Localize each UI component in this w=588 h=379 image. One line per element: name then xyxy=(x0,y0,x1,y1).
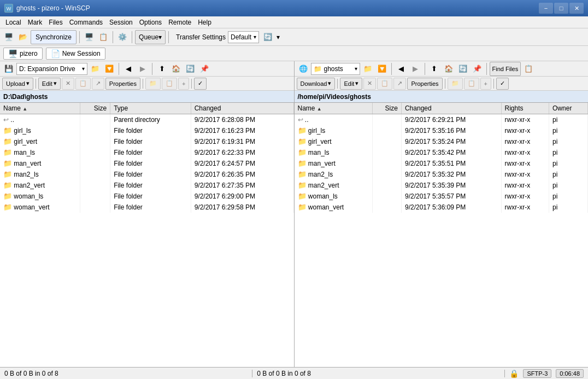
left-addfile-button[interactable]: + xyxy=(178,78,189,90)
left-file-row[interactable]: ↩ .. Parent directory 9/2/2017 6:28:08 P… xyxy=(0,114,293,125)
left-check-button[interactable]: ✓ xyxy=(194,78,207,90)
left-path-text: D:\Dad\ghosts xyxy=(3,93,48,101)
right-back-icon[interactable]: ◀ xyxy=(395,62,408,75)
left-file-row[interactable]: 📁 man2_vert File folder 9/2/2017 6:27:35… xyxy=(0,180,293,191)
left-file-row[interactable]: 📁 man_ls File folder 9/2/2017 6:22:33 PM xyxy=(0,147,293,158)
right-file-row[interactable]: 📁 man2_vert 9/2/2017 5:35:39 PM rwxr-xr-… xyxy=(295,180,588,191)
right-refresh-icon[interactable]: 🔄 xyxy=(456,62,469,75)
right-bookmark-icon[interactable]: 📌 xyxy=(471,62,484,75)
right-addfile-button[interactable]: + xyxy=(480,78,491,90)
file-cell-name: ↩ .. xyxy=(0,114,80,125)
file-cell-type: File folder xyxy=(110,180,191,191)
right-edit-button[interactable]: Edit ▾ xyxy=(340,78,362,90)
right-file-row[interactable]: 📁 girl_vert 9/2/2017 5:35:24 PM rwxr-xr-… xyxy=(295,136,588,147)
right-file-row[interactable]: 📁 man_ls 9/2/2017 5:35:42 PM rwxr-xr-x p… xyxy=(295,147,588,158)
queue-button[interactable]: Queue ▾ xyxy=(135,30,166,44)
left-edit-button[interactable]: Edit ▾ xyxy=(38,78,61,90)
left-move-button[interactable]: ↗ xyxy=(92,78,104,90)
synchronize-button[interactable]: Synchronize xyxy=(31,30,77,44)
right-col-rights[interactable]: Rights xyxy=(501,103,549,114)
right-file-row[interactable]: 📁 man_vert 9/2/2017 5:35:51 PM rwxr-xr-x… xyxy=(295,158,588,169)
left-copy-button[interactable]: 📋 xyxy=(75,78,91,90)
left-file-row[interactable]: 📁 girl_ls File folder 9/2/2017 6:16:23 P… xyxy=(0,125,293,136)
left-up-icon[interactable]: ⬆ xyxy=(155,62,168,75)
local-computer-icon[interactable]: 🖥️ xyxy=(2,31,15,44)
left-file-row[interactable]: 📁 man2_ls File folder 9/2/2017 6:26:35 P… xyxy=(0,169,293,180)
file-cell-type: File folder xyxy=(110,158,191,169)
left-properties-button[interactable]: Properties xyxy=(105,78,140,90)
left-col-name[interactable]: Name ▲ xyxy=(0,103,80,114)
upload-button[interactable]: Upload ▾ xyxy=(2,78,33,90)
transfer-icon[interactable]: 🔄 xyxy=(261,31,274,44)
toolbar-settings-icon[interactable]: ⚙️ xyxy=(116,31,129,44)
right-file-row[interactable]: 📁 girl_ls 9/2/2017 5:35:16 PM rwxr-xr-x … xyxy=(295,125,588,136)
right-copy-button[interactable]: 📋 xyxy=(377,78,392,90)
left-copypath-button[interactable]: 📋 xyxy=(162,78,177,90)
left-drive-icon[interactable]: 💾 xyxy=(2,62,15,75)
right-extra-icon[interactable]: 📋 xyxy=(522,62,535,75)
menu-local[interactable]: Local xyxy=(2,18,25,27)
left-file-list[interactable]: Name ▲ Size Type Changed ↩ .. Parent dir… xyxy=(0,103,294,367)
right-copypath-button[interactable]: 📋 xyxy=(464,78,479,90)
maximize-button[interactable]: □ xyxy=(554,3,568,14)
right-file-row[interactable]: 📁 woman_ls 9/2/2017 5:35:57 PM rwxr-xr-x… xyxy=(295,191,588,202)
right-up-icon[interactable]: ⬆ xyxy=(428,62,441,75)
right-delete-button[interactable]: ✕ xyxy=(363,78,376,90)
right-file-list[interactable]: Name ▲ Size Changed Rights Owner ↩ .. 9/… xyxy=(295,103,589,367)
left-file-row[interactable]: 📁 woman_vert File folder 9/2/2017 6:29:5… xyxy=(0,202,293,213)
left-forward-icon[interactable]: ▶ xyxy=(136,62,149,75)
left-back-icon[interactable]: ◀ xyxy=(122,62,135,75)
computer-session-tab[interactable]: 🖥️ pizero xyxy=(3,48,43,60)
menu-help[interactable]: Help xyxy=(195,18,215,27)
folder-icon: 📁 xyxy=(298,148,307,156)
left-file-row[interactable]: 📁 woman_ls File folder 9/2/2017 6:29:00 … xyxy=(0,191,293,202)
menu-mark[interactable]: Mark xyxy=(25,18,46,27)
left-drive-combo[interactable]: D: Expansion Drive ▾ xyxy=(16,63,87,75)
left-col-type[interactable]: Type xyxy=(110,103,191,114)
left-col-changed[interactable]: Changed xyxy=(191,103,293,114)
right-newfolder-button[interactable]: 📁 xyxy=(448,78,463,90)
right-file-row[interactable]: ↩ .. 9/2/2017 6:29:21 PM rwxr-xr-x pi xyxy=(295,114,588,125)
right-properties-button[interactable]: Properties xyxy=(407,78,442,90)
toolbar-open-icon[interactable]: 📂 xyxy=(16,31,30,44)
left-refresh-icon[interactable]: 🔄 xyxy=(184,62,197,75)
right-col-owner[interactable]: Owner xyxy=(549,103,588,114)
right-home-icon[interactable]: 🏠 xyxy=(442,62,455,75)
right-site-icon[interactable]: 🌐 xyxy=(297,62,310,75)
menu-commands[interactable]: Commands xyxy=(66,18,106,27)
menu-remote[interactable]: Remote xyxy=(165,18,195,27)
right-nav-filter-icon[interactable]: 🔽 xyxy=(375,62,389,75)
toolbar-icon2[interactable]: 📋 xyxy=(97,31,110,44)
right-path-text: /home/pi/Videos/ghosts xyxy=(298,93,371,101)
right-file-row[interactable]: 📁 man2_ls 9/2/2017 5:35:32 PM rwxr-xr-x … xyxy=(295,169,588,180)
right-file-row[interactable]: 📁 woman_vert 9/2/2017 5:36:09 PM rwxr-xr… xyxy=(295,202,588,213)
menu-session[interactable]: Session xyxy=(106,18,136,27)
right-check-button[interactable]: ✓ xyxy=(496,78,509,90)
right-col-size[interactable]: Size xyxy=(372,103,401,114)
minimize-button[interactable]: − xyxy=(539,3,553,14)
right-col-name[interactable]: Name ▲ xyxy=(295,103,373,114)
left-nav-folder-icon[interactable]: 📁 xyxy=(89,62,102,75)
left-file-row[interactable]: 📁 girl_vert File folder 9/2/2017 6:19:31… xyxy=(0,136,293,147)
folder-icon: 📁 xyxy=(298,126,307,135)
find-files-button[interactable]: Find Files xyxy=(490,62,521,76)
left-home-icon[interactable]: 🏠 xyxy=(169,62,183,75)
right-path-combo[interactable]: 📁 ghosts ▾ xyxy=(311,63,360,75)
right-nav-folder-icon[interactable]: 📁 xyxy=(361,62,374,75)
left-newfolder-button[interactable]: 📁 xyxy=(145,78,161,90)
download-button[interactable]: Download ▾ xyxy=(297,78,336,90)
left-col-size[interactable]: Size xyxy=(80,103,110,114)
left-bookmark-icon[interactable]: 📌 xyxy=(198,62,211,75)
right-move-button[interactable]: ↗ xyxy=(393,78,406,90)
left-delete-button[interactable]: ✕ xyxy=(62,78,74,90)
new-session-tab[interactable]: 📄 New Session xyxy=(46,48,105,60)
right-forward-icon[interactable]: ▶ xyxy=(409,62,422,75)
close-button[interactable]: ✕ xyxy=(569,3,584,14)
left-file-row[interactable]: 📁 man_vert File folder 9/2/2017 6:24:57 … xyxy=(0,158,293,169)
menu-files[interactable]: Files xyxy=(45,18,66,27)
menu-options[interactable]: Options xyxy=(136,18,165,27)
toolbar-icon1[interactable]: 🖥️ xyxy=(83,31,96,44)
left-nav-filter-icon[interactable]: 🔽 xyxy=(103,62,116,75)
right-col-changed[interactable]: Changed xyxy=(401,103,501,114)
transfer-combo[interactable]: Default ▾ xyxy=(228,31,259,43)
